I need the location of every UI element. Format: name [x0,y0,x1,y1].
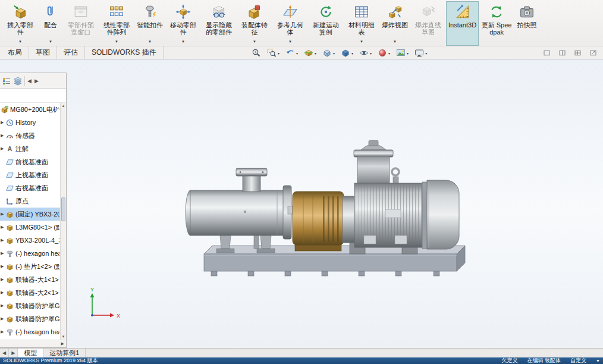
show-hidden-components-button[interactable]: 显示隐藏的零部件 ▼ [201,1,237,46]
reference-geometry-button[interactable]: 参考几何体 ▼ [272,1,308,46]
expand-pane-button[interactable] [589,49,597,57]
dropdown-arrow-icon[interactable]: ▾ [351,51,353,55]
exploded-view-button[interactable]: 爆炸视图 ▼ [379,1,410,46]
bill-of-materials-button[interactable]: 材料明细表 ▼ [344,1,379,46]
panel-tab-prev-icon[interactable]: ◀ [27,78,32,84]
dropdown-arrow-icon[interactable]: ▼ [49,39,52,44]
expand-caret-icon[interactable]: ▶ [1,330,6,334]
expand-caret-icon[interactable]: ▶ [1,251,6,256]
apply-scene-button[interactable]: ▾ [393,47,412,59]
instant3d-button[interactable]: Instant3D ▼ [446,1,479,46]
feature-tree-item[interactable]: MG80+200L电机装 ^ [0,103,60,116]
commandmanager-tab[interactable]: 草图 [29,46,57,59]
tree-horizontal-scrollbar[interactable]: ▶ [0,340,66,347]
scroll-right-icon[interactable]: ▶ [61,341,64,346]
dropdown-arrow-icon[interactable]: ▼ [253,39,256,44]
smart-fasteners-button[interactable]: 智能扣件 ▼ [134,1,165,46]
pump-part[interactable] [186,168,291,253]
expand-caret-icon[interactable]: ▶ [1,120,6,125]
dropdown-arrow-icon[interactable]: ▾ [407,51,409,55]
component-preview-button[interactable]: 零部件预览窗口 ▼ [63,1,99,46]
feature-tree-item[interactable]: ▶ L3MG80<1> (默 [0,221,60,234]
expand-caret-icon[interactable]: ▶ [1,277,6,282]
feature-tree-item[interactable]: ▶ YBX3-200L-4_30 [0,234,60,247]
expand-caret-icon[interactable]: ▶ [1,264,6,269]
dropdown-arrow-icon[interactable]: ▼ [181,39,185,44]
dropdown-arrow-icon[interactable]: ▼ [18,39,22,44]
expand-caret-icon[interactable]: ▶ [1,238,6,243]
dropdown-arrow-icon[interactable]: ▾ [370,51,372,55]
coupling-guard-part[interactable] [288,192,347,251]
linear-pattern-button[interactable]: 线性零部件阵列 ▼ [99,1,134,46]
expand-caret-icon[interactable]: ▶ [1,303,6,308]
dropdown-arrow-icon[interactable]: ▾ [425,51,427,55]
dropdown-arrow-icon[interactable]: ▼ [360,39,363,44]
two-viewport-button[interactable] [558,49,566,57]
dropdown-arrow-icon[interactable]: ▾ [315,51,316,55]
tab-scroll-right-icon[interactable]: ▶ [9,349,18,357]
feature-tree-item[interactable]: ▶ 联轴器防护罩G80 [0,299,60,312]
move-component-button[interactable]: 移动零部件 ▼ [165,1,201,46]
feature-tree-item[interactable]: ▶ History [0,116,60,129]
scroll-up-icon[interactable]: ▲ [61,103,66,109]
view-orientation-button[interactable]: ▾ [319,47,338,59]
expand-caret-icon[interactable]: ▶ [1,290,6,295]
dropdown-arrow-icon[interactable]: ▼ [288,39,292,44]
tab-scroll-left-icon[interactable]: ◀ [0,349,9,357]
commandmanager-tab[interactable]: SOLIDWORKS 插件 [85,46,164,59]
feature-tree-item[interactable]: ▶ (-) 垫片1<2> (默 [0,260,60,273]
view-settings-button[interactable]: ▾ [412,47,430,59]
dropdown-arrow-icon[interactable]: ▼ [393,39,397,44]
feature-tree-item[interactable]: ▶ 注解 [0,142,60,155]
expand-caret-icon[interactable]: ▶ [1,225,6,230]
feature-tree-item[interactable]: 原点 [0,194,60,208]
insert-component-button[interactable]: 插入零部件 ▼ [2,1,38,46]
explode-line-sketch-button[interactable]: 爆炸直线草图 ▼ [410,1,446,46]
mate-button[interactable]: 配合 ▼ [38,1,63,46]
feature-tree-item[interactable]: ▶ (固定) YBX3-200L [0,208,60,221]
panel-tab-next-icon[interactable]: ▶ [34,78,39,84]
zoom-fit-button[interactable]: ▾ [249,47,264,59]
feature-tree-item[interactable]: 右视基准面 [0,181,60,194]
feature-tree-item[interactable]: 前视基准面 [0,155,60,168]
feature-tree-item[interactable]: ▶ 传感器 [0,129,60,142]
display-style-button[interactable]: ▾ [338,47,356,59]
previous-view-button[interactable]: ▾ [282,47,301,59]
tree-vertical-scrollbar[interactable]: ▲ ▼ [60,103,66,340]
assembly-features-button[interactable]: 装配体特征 ▼ [237,1,272,46]
feature-tree-item[interactable]: ▶ 联轴器-大2<1> ( [0,286,60,299]
update-speedpak-button[interactable]: 更新 Speedpak ▼ [479,1,514,46]
four-viewport-button[interactable] [574,49,582,57]
feature-tree-item[interactable]: ▶ 联轴器防护罩G80 [0,312,60,325]
feature-tree-item[interactable]: 上视基准面 [0,168,60,181]
commandmanager-tab[interactable]: 布局 [1,46,29,59]
feature-tree-item[interactable]: ▶ (-) hexagon hea [0,325,60,338]
featuremanager-tab-icon[interactable] [2,76,11,86]
single-viewport-button[interactable] [543,49,551,57]
dropdown-arrow-icon[interactable]: ▾ [333,51,335,55]
feature-tree-item[interactable]: ▶ (-) hexagon hea [0,247,60,260]
status-dropdown-icon[interactable]: ▼ [596,357,600,364]
study-tab[interactable]: 运动算例1 [43,349,86,357]
new-motion-study-button[interactable]: 新建运动算例 ▼ [308,1,344,46]
commandmanager-tab[interactable]: 评估 [57,46,85,59]
take-snapshot-button[interactable]: 拍快照 ▼ [514,1,539,46]
edit-appearance-button[interactable]: ▾ [375,47,393,59]
study-tab[interactable]: 模型 [18,349,43,357]
hide-show-items-button[interactable]: ▾ [356,47,375,59]
expand-caret-icon[interactable]: ▶ [1,133,6,138]
dropdown-arrow-icon[interactable]: ▾ [388,51,390,55]
zoom-area-button[interactable]: ▾ [264,47,282,59]
dropdown-arrow-icon[interactable]: ▾ [296,51,298,55]
assembly-model[interactable]: Y X [67,59,603,348]
scroll-down-icon[interactable]: ▼ [61,334,66,340]
dropdown-arrow-icon[interactable]: ▼ [148,39,152,44]
scrollbar-thumb[interactable] [61,197,65,221]
displaymanager-tab-icon[interactable] [13,76,23,86]
dropdown-arrow-icon[interactable]: ▾ [278,51,279,55]
motor-part[interactable] [343,140,459,254]
dropdown-arrow-icon[interactable]: ▼ [115,39,118,44]
section-view-button[interactable]: ▾ [301,47,319,59]
expand-caret-icon[interactable]: ▶ [1,212,6,216]
expand-caret-icon[interactable]: ▶ [1,316,6,321]
